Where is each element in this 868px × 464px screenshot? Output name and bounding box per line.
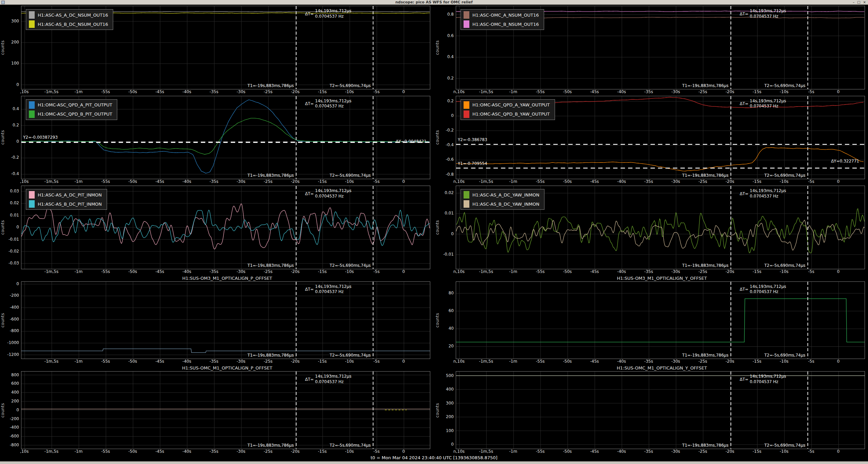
legend[interactable]: H1:OMC-ASC_QPD_A_PIT_OUTPUTH1:OMC-ASC_QP…	[26, 99, 117, 120]
x-axis[interactable]: ,10s-1m,5s-1m-55s-50s-45s-40s-35s-30s-25…	[21, 449, 430, 454]
series-H1:OMC-ASC_QPD_B_PIT_OUTPUT	[21, 118, 429, 154]
series-H1:ASC-AS_A_DC_YAW_INMON	[456, 209, 864, 253]
delta-t-prefix: ΔT=	[740, 12, 749, 16]
plot-area[interactable]: ΔT=14s,193ms,712µs0.0704537 HzT1=-19s,88…	[456, 371, 865, 449]
plot-area[interactable]: H1:OMC-ASC_QPD_A_YAW_OUTPUTH1:OMC-ASC_QP…	[456, 96, 865, 179]
x-tick-label: -20s	[291, 89, 300, 94]
x-tick-label: -1m	[509, 359, 517, 364]
legend-item[interactable]: H1:ASC-OMC_B_NSUM_OUT16	[464, 20, 539, 28]
plot-canvas[interactable]	[21, 282, 430, 359]
x-axis[interactable]: -1m,5s-1m-55s-50s-45s-40s-35s-30s-25s-20…	[21, 269, 430, 275]
t2-cursor-label: T2=-5s,690ms,74µs	[330, 263, 371, 268]
y-tick-label: 200	[11, 399, 19, 403]
y-tick-label: 0	[451, 442, 454, 447]
x-axis[interactable]: n,10s-1m,5s-1m-55s-50s-45s-40s-35s-30s-2…	[456, 449, 865, 454]
x-tick-label: -30s	[237, 89, 245, 94]
plot-area[interactable]: ΔT=14s,193ms,712µs0.0704537 HzT1=-19s,88…	[21, 281, 430, 359]
y-axis[interactable]: 3002001000	[5, 6, 21, 89]
y-tick-label: -1000	[7, 340, 19, 345]
legend[interactable]: H1:ASC-AS_A_DC_YAW_INMONH1:ASC-AS_B_DC_Y…	[461, 189, 544, 210]
y-axis[interactable]: 5004003002001000	[440, 371, 456, 449]
legend-item[interactable]: H1:ASC-AS_B_DC_NSUM_OUT16	[29, 20, 108, 28]
x-tick-label: 0	[837, 449, 840, 454]
x-tick-label: -25s	[698, 359, 707, 364]
x-axis[interactable]: n,10s-1m,5s-1m-55s-50s-45s-40s-35s-30s-2…	[456, 179, 865, 185]
legend-item[interactable]: H1:ASC-AS_A_DC_YAW_INMON	[464, 191, 539, 199]
plot-area[interactable]: H1:ASC-AS_A_DC_YAW_INMONH1:ASC-AS_B_DC_Y…	[456, 186, 865, 269]
x-tick-label: -25s	[264, 89, 273, 94]
x-tick-label: 0	[402, 89, 405, 94]
x-tick-label: -5s	[808, 269, 814, 274]
plot-omc-y-offset: H1:SUS-OMC_M1_OPTICALIGN_Y_OFFSETcounts5…	[435, 364, 868, 454]
plot-area[interactable]: H1:ASC-AS_A_DC_PIT_INMONH1:ASC-AS_B_DC_P…	[21, 186, 430, 269]
delta-t-frequency: 0.0704537 Hz	[315, 194, 351, 199]
plot-area[interactable]: H1:OMC-ASC_QPD_A_PIT_OUTPUTH1:OMC-ASC_QP…	[21, 96, 430, 179]
legend-item[interactable]: H1:ASC-AS_B_DC_PIT_INMON	[29, 200, 102, 208]
x-tick-label: -40s	[617, 269, 626, 274]
maximize-button[interactable]: □	[857, 0, 860, 4]
y-axis-title-text: counts	[0, 403, 5, 417]
delta-y-label: ΔY=0.322771	[831, 159, 859, 164]
x-tick-label: -5s	[808, 449, 814, 454]
x-axis[interactable]: n,10s-1m,5s-1m-55s-50s-45s-40s-35s-30s-2…	[456, 269, 865, 275]
legend-swatch	[29, 11, 35, 19]
y-axis[interactable]: 0.020.010-0.01	[440, 186, 456, 269]
legend-item[interactable]: H1:ASC-AS_A_DC_PIT_INMON	[29, 191, 102, 199]
x-axis[interactable]: ,10s-1m,5s-1m-55s-50s-45s-40s-35s-30s-25…	[21, 89, 430, 95]
x-axis[interactable]: n,10s-1m,5s-1m-55s-50s-45s-40s-35s-30s-2…	[456, 359, 865, 364]
delta-t-time: 14s,193ms,712µs	[750, 374, 786, 379]
x-tick-label: -35s	[644, 359, 653, 364]
legend-item[interactable]: H1:OMC-ASC_QPD_A_YAW_OUTPUT	[464, 101, 550, 109]
x-tick-label: -30s	[671, 89, 680, 94]
x-tick-label: ,10s	[20, 179, 29, 184]
legend-item[interactable]: H1:ASC-AS_B_DC_YAW_INMON	[464, 200, 539, 208]
legend[interactable]: H1:ASC-AS_A_DC_PIT_INMONH1:ASC-AS_B_DC_P…	[26, 189, 107, 210]
x-tick-label: -30s	[671, 269, 680, 274]
y-tick-label: 0.01	[10, 213, 19, 218]
x-tick-label: -35s	[644, 269, 653, 274]
y-axis[interactable]: 0-200-400-600-800-1000-1200	[5, 281, 21, 359]
x-tick-label: -40s	[183, 179, 191, 184]
legend-swatch	[29, 200, 35, 208]
delta-t-annotation: ΔT=14s,193ms,712µs0.0704537 Hz	[305, 99, 351, 109]
y-axis[interactable]: 0.80.60.40.2	[440, 6, 456, 89]
plot-area[interactable]: ΔT=14s,193ms,712µs0.0704537 HzT1=-19s,88…	[21, 371, 430, 449]
t2-cursor-label: T2=-5s,690ms,74µs	[764, 353, 805, 358]
legend-item[interactable]: H1:OMC-ASC_QPD_B_PIT_OUTPUT	[29, 110, 112, 118]
x-axis[interactable]: -1m,5s-1m-55s-50s-45s-40s-35s-30s-25s-20…	[21, 359, 430, 364]
plot-title: H1:SUS-OMC_M1_OPTICALIGN_Y_OFFSET	[456, 365, 868, 371]
y-tick-label: -800	[10, 328, 19, 333]
plot-canvas[interactable]	[456, 372, 865, 449]
legend-item[interactable]: H1:OMC-ASC_QPD_B_YAW_OUTPUT	[464, 110, 550, 118]
y-axis[interactable]: 0.20-0.2-0.4-0.6-0.8	[440, 96, 456, 179]
plot-canvas[interactable]	[456, 282, 865, 359]
window-bottom-edge	[0, 461, 868, 464]
x-axis[interactable]: ,10s-1m,5s-1m-55s-50s-45s-40s-35s-30s-25…	[21, 179, 430, 185]
plot-area[interactable]: H1:ASC-OMC_A_NSUM_OUT16H1:ASC-OMC_B_NSUM…	[456, 6, 865, 89]
plot-canvas[interactable]	[21, 372, 430, 449]
legend-item[interactable]: H1:ASC-AS_A_DC_NSUM_OUT16	[29, 11, 108, 19]
y-axis[interactable]: 0.40.20-0.2-0.4	[5, 96, 21, 179]
legend-swatch	[464, 101, 469, 109]
y-axis[interactable]: 8006004002000-200-400-600-800	[5, 371, 21, 449]
x-tick-label: -40s	[183, 269, 191, 274]
legend[interactable]: H1:OMC-ASC_QPD_A_YAW_OUTPUTH1:OMC-ASC_QP…	[461, 99, 555, 120]
x-tick-label: -1m	[74, 89, 83, 94]
legend[interactable]: H1:ASC-OMC_A_NSUM_OUT16H1:ASC-OMC_B_NSUM…	[461, 9, 544, 30]
plot-area[interactable]: ΔT=14s,193ms,712µs0.0704537 HzT1=-19s,88…	[456, 281, 865, 359]
legend-item[interactable]: H1:OMC-ASC_QPD_A_PIT_OUTPUT	[29, 101, 112, 109]
y-axis[interactable]: 0.030.020.010-0.01-0.02-0.03	[5, 186, 21, 269]
x-tick-label: -45s	[155, 449, 164, 454]
delta-t-annotation: ΔT=14s,193ms,712µs0.0704537 Hz	[305, 284, 351, 295]
x-tick-label: -30s	[671, 359, 680, 364]
legend-item[interactable]: H1:ASC-OMC_A_NSUM_OUT16	[464, 11, 539, 19]
x-axis[interactable]: n,10s-1m,5s-1m-55s-50s-45s-40s-35s-30s-2…	[456, 89, 865, 95]
close-button[interactable]: ×	[863, 0, 866, 4]
y-axis-title: counts	[435, 186, 440, 269]
x-tick-label: -20s	[726, 179, 734, 184]
minimize-button[interactable]: –	[853, 0, 854, 4]
y-axis[interactable]: 80604020	[440, 281, 456, 359]
legend[interactable]: H1:ASC-AS_A_DC_NSUM_OUT16H1:ASC-AS_B_DC_…	[26, 9, 113, 30]
plot-area[interactable]: H1:ASC-AS_A_DC_NSUM_OUT16H1:ASC-AS_B_DC_…	[21, 6, 430, 89]
t1-cursor-label: T1=-19s,883ms,786µs	[247, 443, 294, 448]
